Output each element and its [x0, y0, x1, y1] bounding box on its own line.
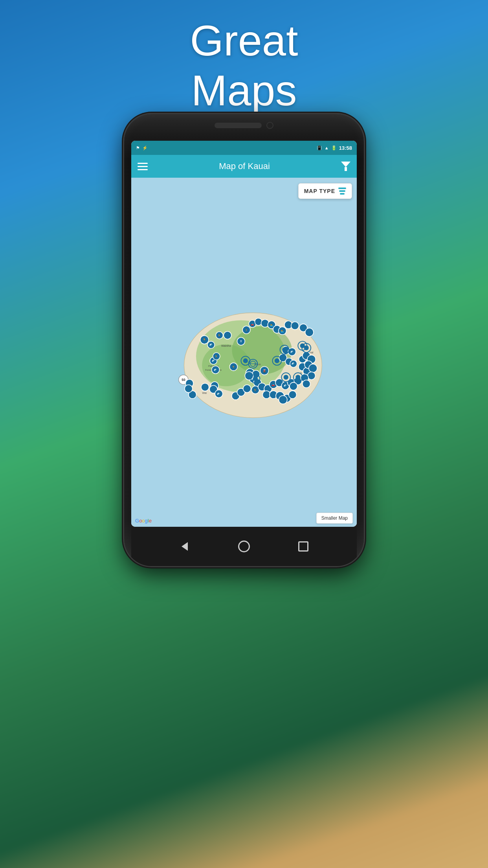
back-icon [182, 542, 188, 551]
svg-text:🚶: 🚶 [245, 328, 248, 332]
svg-text:Wainiha: Wainiha [221, 344, 231, 347]
svg-text:✝: ✝ [240, 340, 242, 343]
svg-point-92 [201, 383, 209, 391]
battery-icon: 🔋 [331, 145, 337, 151]
island-map: 50 Wainiha Pali-Kona Forest Reserve Kaua… [139, 197, 349, 503]
phone-bottom-nav [131, 527, 357, 566]
svg-text:🌊: 🌊 [214, 368, 217, 372]
svg-point-106 [275, 359, 279, 363]
svg-point-91 [289, 391, 297, 399]
camera [266, 122, 273, 129]
menu-line-1 [138, 163, 148, 164]
svg-point-104 [284, 375, 288, 380]
svg-point-63 [309, 364, 317, 372]
svg-point-64 [308, 372, 316, 380]
status-left-icons: ⚑ ⚡ [136, 145, 148, 151]
svg-point-97 [185, 385, 193, 393]
signal-icon: ▲ [325, 145, 329, 150]
hero-text: Great Maps [0, 16, 488, 115]
vibrate-icon: 📳 [317, 145, 322, 151]
phone-top-bar [215, 122, 273, 129]
svg-point-99 [279, 395, 287, 404]
filter-button[interactable] [341, 162, 350, 171]
google-logo: Google [135, 518, 152, 524]
speaker [215, 123, 262, 128]
svg-point-35 [291, 322, 299, 330]
app-title: Map of Kauai [219, 161, 270, 171]
svg-text:🏊: 🏊 [281, 329, 284, 333]
lightning-icon: ⚡ [142, 145, 148, 151]
map-type-label: MAP TYPE [304, 188, 335, 194]
nav-icon: ⚑ [136, 145, 140, 151]
map-area: MAP TYPE [131, 178, 357, 527]
svg-text:🌊: 🌊 [284, 384, 287, 388]
status-right-icons: 📳 ▲ 🔋 13:58 [317, 145, 352, 151]
svg-point-37 [305, 328, 314, 337]
svg-text:nal: nal [310, 351, 314, 354]
svg-text:🏃: 🏃 [232, 365, 235, 369]
svg-text:🌊: 🌊 [290, 350, 294, 354]
svg-point-116 [304, 346, 309, 350]
smaller-map-button[interactable]: Smaller Map [316, 513, 353, 524]
hero-line1: Great [190, 16, 298, 64]
status-bar: ⚑ ⚡ 📳 ▲ 🔋 13:58 [131, 141, 357, 155]
svg-text:🏃: 🏃 [253, 388, 257, 392]
svg-text:🌊: 🌊 [209, 343, 213, 347]
phone-screen: ⚑ ⚡ 📳 ▲ 🔋 13:58 Map of Kauai [131, 141, 357, 527]
map-type-button[interactable]: MAP TYPE [298, 183, 352, 199]
svg-point-110 [295, 375, 300, 380]
recents-icon [298, 541, 308, 552]
time-display: 13:58 [339, 145, 352, 151]
svg-text:🏃: 🏃 [202, 338, 207, 342]
svg-text:🏃: 🏃 [217, 333, 221, 337]
svg-text:🚗: 🚗 [251, 322, 254, 326]
back-button[interactable] [175, 537, 194, 556]
svg-text:🏃: 🏃 [215, 355, 218, 358]
hero-line2: Maps [191, 66, 297, 114]
phone-frame: ⚑ ⚡ 📳 ▲ 🔋 13:58 Map of Kauai [124, 114, 364, 566]
svg-text:🌊: 🌊 [292, 362, 295, 366]
svg-text:🌊: 🌊 [217, 392, 220, 396]
home-button[interactable] [234, 537, 254, 556]
svg-point-118 [243, 359, 248, 363]
app-bar: Map of Kauai [131, 155, 357, 178]
menu-button[interactable] [138, 163, 148, 170]
svg-point-86 [290, 383, 297, 390]
svg-text:Wai: Wai [202, 392, 207, 394]
svg-point-112 [282, 347, 287, 352]
island-svg: 50 Wainiha Pali-Kona Forest Reserve Kaua… [139, 197, 349, 503]
map-bottom-bar: Google Smaller Map [131, 513, 357, 524]
svg-text:🌋: 🌋 [262, 369, 266, 373]
svg-text:50: 50 [182, 378, 185, 382]
svg-point-85 [303, 380, 310, 388]
menu-line-2 [138, 166, 148, 167]
svg-text:🏊: 🏊 [270, 323, 273, 327]
recents-button[interactable] [294, 537, 313, 556]
menu-line-3 [138, 169, 148, 170]
svg-point-72 [243, 385, 251, 393]
svg-text:🚗: 🚗 [272, 383, 275, 386]
svg-point-20 [224, 331, 231, 339]
svg-point-27 [255, 318, 262, 325]
home-icon [238, 541, 250, 552]
svg-point-108 [253, 376, 258, 381]
layers-icon [338, 188, 346, 195]
